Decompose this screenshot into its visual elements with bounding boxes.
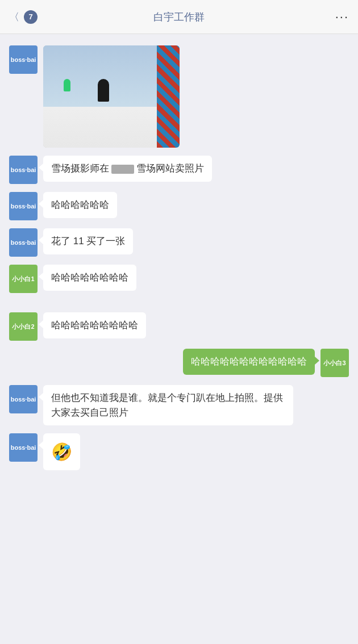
avatar: boss·bai [9,228,38,257]
msg-text-part2: 雪场网站卖照片 [136,163,204,174]
chat-bubble: 哈哈哈哈哈哈 [43,192,117,218]
emoji-icon: 🤣 [51,442,72,461]
chat-bubble: 哈哈哈哈哈哈哈哈哈哈哈哈 [183,349,315,375]
chat-title: 白宇工作群 [153,10,205,24]
chat-bubble: 哈哈哈哈哈哈哈哈 [43,265,136,291]
avatar: 小小白1 [9,265,38,293]
msg-text-part1: 雪场摄影师在 [51,163,109,174]
chat-header: 〈 7 白宇工作群 ··· [0,0,358,34]
chat-bubble-emoji: 🤣 [43,433,80,470]
avatar: boss·bai [9,192,38,220]
table-row: boss·bai 花了 11 买了一张 [9,228,349,257]
chat-bubble: 雪场摄影师在雪场网站卖照片 [43,156,212,182]
chat-area: boss·bai boss·bai 雪场摄影师在雪场网站卖照片 boss·bai… [0,34,358,490]
table-row: boss·bai [9,45,349,148]
table-row: 小小白2 哈哈哈哈哈哈哈哈哈 [9,312,349,341]
avatar: boss·bai [9,385,38,413]
header-left: 〈 7 [9,10,38,24]
table-row: boss·bai 但他也不知道我是谁。就是个专门趴在地上拍照。提供大家去买自己照… [9,385,349,425]
chat-bubble: 哈哈哈哈哈哈哈哈哈 [43,312,146,338]
avatar: boss·bai [9,45,38,74]
table-row: boss·bai 哈哈哈哈哈哈 [9,192,349,220]
blurred-text [111,165,134,174]
avatar: 小小白2 [9,312,38,341]
spacer [9,301,349,312]
unread-badge: 7 [24,10,38,24]
avatar: boss·bai [9,156,38,184]
table-row: boss·bai 雪场摄影师在雪场网站卖照片 [9,156,349,184]
avatar: 小小白3 [320,349,349,377]
image-message[interactable] [43,45,180,148]
more-menu-icon[interactable]: ··· [335,10,349,24]
chat-bubble: 但他也不知道我是谁。就是个专门趴在地上拍照。提供大家去买自己照片 [43,385,293,425]
back-icon[interactable]: 〈 [9,10,19,24]
chat-bubble: 花了 11 买了一张 [43,228,133,254]
table-row: 小小白3 哈哈哈哈哈哈哈哈哈哈哈哈 [9,349,349,377]
unread-count: 7 [28,12,32,21]
table-row: 小小白1 哈哈哈哈哈哈哈哈 [9,265,349,293]
table-row: boss·bai 🤣 [9,433,349,470]
avatar: boss·bai [9,433,38,462]
